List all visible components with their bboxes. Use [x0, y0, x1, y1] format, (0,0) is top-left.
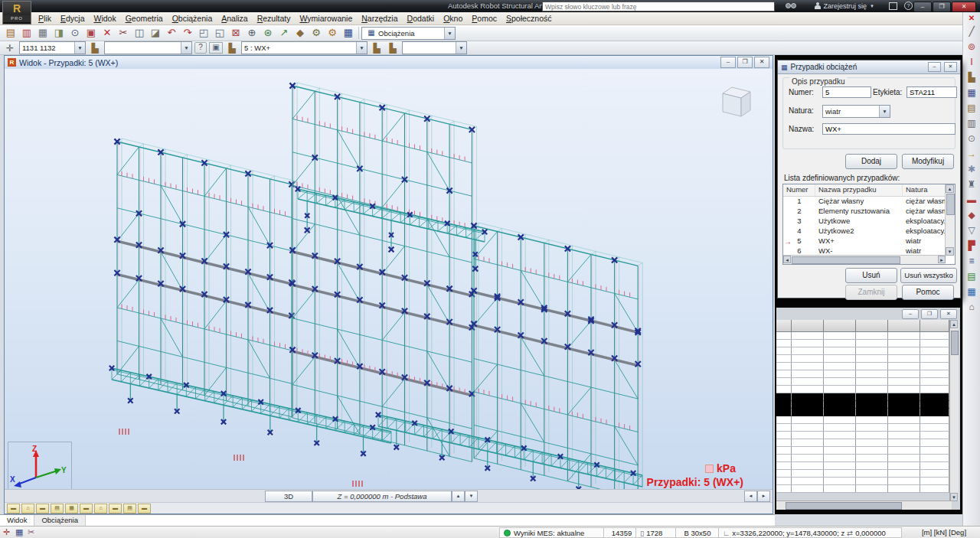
- screenshot-icon[interactable]: ▣: [209, 42, 223, 54]
- menu-rezultaty[interactable]: Rezultaty: [253, 13, 296, 24]
- zamknij-button[interactable]: Zamknij: [845, 285, 897, 300]
- nodes-selection-combo[interactable]: 1131 1132 ▼: [19, 41, 86, 54]
- usun-button[interactable]: Usuń: [845, 268, 897, 283]
- save-icon[interactable]: ▥: [19, 26, 34, 40]
- sign-in-label[interactable]: Zarejestruj się: [824, 2, 867, 10]
- case-row-4[interactable]: 4Użytkowe2eksploatacy...: [783, 227, 955, 236]
- report-icon[interactable]: ▤: [965, 270, 978, 283]
- view-rotate-icon[interactable]: ↗: [276, 26, 292, 40]
- menu-dodatki[interactable]: Dodatki: [403, 13, 439, 24]
- view-mode-selector[interactable]: 3D: [265, 491, 312, 502]
- ramp-icon[interactable]: ◆: [965, 209, 978, 222]
- beam-icon[interactable]: ▬: [965, 194, 978, 207]
- dodaj-button[interactable]: Dodaj: [845, 154, 897, 169]
- view-xy-icon[interactable]: ▬: [7, 504, 20, 514]
- selection-type-combo[interactable]: ▦ Obciążenia ▼: [361, 27, 456, 40]
- usun-wszystko-button[interactable]: Usuń wszystko: [900, 268, 957, 283]
- table-row[interactable]: [776, 470, 949, 478]
- menu-analiza[interactable]: Analiza: [217, 13, 252, 24]
- list-vertical-scrollbar[interactable]: ▲ ▼: [945, 184, 955, 256]
- table-icon[interactable]: ▦: [965, 285, 978, 298]
- preferences-icon[interactable]: ⚙: [325, 26, 340, 40]
- pomoc-button[interactable]: Pomoc: [902, 285, 954, 300]
- table-row[interactable]: [776, 478, 949, 485]
- view-manager-icon[interactable]: ◰: [196, 26, 211, 40]
- view-xz-icon[interactable]: ⌂: [21, 504, 34, 514]
- menu-okno[interactable]: Okno: [439, 13, 467, 24]
- menu-obcienia[interactable]: Obciążenia: [168, 13, 217, 24]
- store-icon[interactable]: [889, 1, 897, 11]
- print-preview-icon[interactable]: ⊙: [67, 26, 83, 40]
- combo-arrow-icon[interactable]: ▼: [444, 28, 455, 39]
- numer-field[interactable]: [822, 86, 871, 98]
- viewport-close-button[interactable]: ✕: [754, 57, 769, 68]
- storey-icon[interactable]: ▥: [965, 117, 978, 130]
- lock-icon[interactable]: ⊠: [228, 26, 243, 40]
- menu-plik[interactable]: Plik: [34, 13, 56, 24]
- grid-icon[interactable]: ▦: [15, 527, 23, 537]
- select-pointer-icon[interactable]: ✛: [3, 42, 17, 54]
- close-button[interactable]: ✕: [952, 2, 976, 12]
- table-row[interactable]: [776, 340, 949, 347]
- table-row[interactable]: [776, 355, 949, 363]
- view-yz-icon[interactable]: ▬: [36, 504, 49, 514]
- table-vertical-scrollbar[interactable]: ▲ ▼: [949, 320, 959, 501]
- table-close-button[interactable]: ✕: [940, 309, 957, 319]
- tower-icon[interactable]: ♜: [965, 178, 978, 191]
- undo-icon[interactable]: ↶: [164, 26, 179, 40]
- case-prev-icon[interactable]: ▙: [370, 42, 384, 54]
- calculator-icon[interactable]: ▣: [83, 26, 99, 40]
- print-icon[interactable]: ▦: [35, 26, 51, 40]
- table-row[interactable]: [776, 401, 949, 409]
- table-row[interactable]: [776, 393, 949, 401]
- zoom-window-icon[interactable]: ⊛: [260, 26, 276, 40]
- table-row[interactable]: [776, 447, 949, 455]
- zoom-in-icon[interactable]: ▬: [80, 504, 93, 514]
- load-case-combo[interactable]: 5 : WX+ ▼: [241, 41, 368, 54]
- storey-up-icon[interactable]: ▤: [965, 102, 978, 115]
- redraw-icon[interactable]: ▬: [138, 504, 151, 514]
- bottom-tab-obcienia[interactable]: Obciążenia: [34, 515, 86, 527]
- combo-arrow-icon[interactable]: ▼: [74, 42, 85, 54]
- menu-pomoc[interactable]: Pomoc: [467, 13, 501, 24]
- zoom-all-icon[interactable]: ▦: [65, 504, 78, 514]
- support-hand-icon[interactable]: ▽: [965, 224, 978, 237]
- zoom-icon[interactable]: ⊕: [244, 26, 260, 40]
- tables-icon[interactable]: ▦: [341, 26, 356, 40]
- combo-arrow-icon[interactable]: ▼: [181, 42, 191, 54]
- search-input[interactable]: [542, 2, 775, 11]
- case-row-5[interactable]: →5WX+wiatr: [783, 236, 955, 246]
- modyfikuj-button[interactable]: Modyfikuj: [902, 154, 954, 169]
- scroll-right-button[interactable]: ►: [757, 491, 770, 502]
- toolbar-close-icon[interactable]: ✕: [969, 14, 975, 23]
- dialog-title-bar[interactable]: ▦ Przypadki obciążeń – ✕: [778, 60, 960, 74]
- combo-arrow-icon[interactable]: ▼: [879, 106, 890, 117]
- natura-combo[interactable]: wiatr ▼: [822, 105, 890, 118]
- copy-icon[interactable]: ◫: [132, 26, 147, 40]
- table-row[interactable]: [776, 409, 949, 416]
- snow-load-icon[interactable]: ✱: [965, 163, 978, 176]
- open-project-icon[interactable]: ▤: [3, 26, 18, 40]
- bars-selection-combo[interactable]: ▼: [104, 41, 192, 54]
- dialog-minimize-button[interactable]: –: [928, 62, 941, 72]
- level-down-button[interactable]: ▼: [465, 491, 478, 502]
- table-row[interactable]: [776, 439, 949, 447]
- list-horizontal-scrollbar[interactable]: ◄ ►: [783, 255, 946, 264]
- viewport-title-bar[interactable]: R Widok - Przypadki: 5 (WX+) – ❐ ✕: [5, 56, 773, 70]
- results-status[interactable]: Wyniki MES: aktualne: [499, 527, 606, 538]
- case-stamp-icon[interactable]: ▙: [225, 42, 239, 54]
- table-row[interactable]: [776, 424, 949, 432]
- table-row[interactable]: [776, 416, 949, 424]
- level-up-button[interactable]: ▲: [452, 491, 465, 502]
- scroll-left-button[interactable]: ◄: [744, 491, 757, 502]
- bottom-tab-widok[interactable]: Widok: [0, 515, 34, 527]
- etykieta-field[interactable]: [906, 86, 957, 98]
- delete-icon[interactable]: ✕: [100, 26, 115, 40]
- restore-button[interactable]: ❐: [933, 2, 951, 12]
- scaffold-model[interactable]: [5, 69, 773, 491]
- case-row-3[interactable]: 3Użytkoweeksploatacy...: [783, 217, 955, 227]
- menu-edycja[interactable]: Edycja: [56, 13, 90, 24]
- measure-icon[interactable]: ◆: [292, 26, 308, 40]
- layers-icon[interactable]: ≡: [965, 255, 978, 268]
- table-row[interactable]: [776, 347, 949, 355]
